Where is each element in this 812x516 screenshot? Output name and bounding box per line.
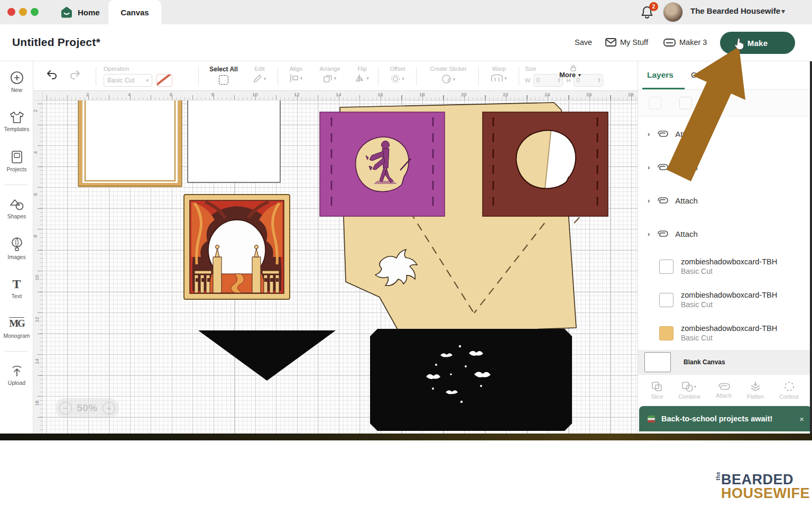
notification-badge: 2 bbox=[649, 2, 658, 11]
layer-row-3[interactable]: zombieshadowboxcard-TBH Basic Cut bbox=[638, 319, 812, 347]
align-button[interactable]: ▾ bbox=[281, 74, 311, 82]
banner-close-icon[interactable]: × bbox=[799, 414, 804, 423]
canvas-object-card-tan-border[interactable] bbox=[78, 100, 182, 186]
zoom-out-button[interactable]: − bbox=[59, 402, 72, 414]
chevron-down-icon[interactable]: ▾ bbox=[781, 7, 785, 15]
logo-the: the bbox=[715, 474, 721, 481]
tab-home[interactable]: Home bbox=[53, 0, 107, 24]
flatten-button[interactable]: Flatten bbox=[747, 381, 764, 400]
canvas-object-card-maroon[interactable] bbox=[483, 112, 608, 216]
sidebar-label-templates: Templates bbox=[4, 126, 30, 132]
canvas-object-black-triangle[interactable] bbox=[198, 330, 336, 381]
tab-canvas[interactable]: Canvas bbox=[108, 0, 161, 24]
sidebar-item-shapes[interactable]: Shapes bbox=[0, 192, 33, 225]
layer-swatch[interactable] bbox=[659, 260, 673, 274]
promo-banner[interactable]: Back-to-school projects await! × bbox=[639, 406, 811, 431]
minimize-window-button[interactable] bbox=[19, 8, 27, 16]
make-button[interactable]: Make bbox=[720, 32, 795, 54]
duplicate-icon[interactable] bbox=[679, 97, 692, 109]
sidebar-item-upload[interactable]: Upload bbox=[0, 359, 33, 392]
more-button[interactable]: More▾ bbox=[559, 71, 581, 79]
attach-button[interactable]: Attach bbox=[716, 382, 732, 399]
contour-button[interactable]: Contour bbox=[779, 381, 799, 400]
sidebar-item-new[interactable]: New bbox=[0, 66, 33, 98]
layer-operation: Basic Cut bbox=[681, 300, 777, 309]
tab-layers[interactable]: Layers bbox=[647, 70, 673, 80]
machine-select-button[interactable]: Maker 3 bbox=[663, 38, 707, 47]
my-stuff-button[interactable]: My Stuff bbox=[605, 38, 648, 47]
attach-group-label: Attach bbox=[675, 196, 698, 205]
canvas-object-card-purple[interactable] bbox=[320, 112, 445, 216]
layer-group-attach-3[interactable]: › Attach bbox=[638, 191, 812, 209]
ruler-tick-label: 24 bbox=[545, 91, 550, 97]
ruler-tick-label: 6 bbox=[32, 193, 38, 196]
layer-swatch[interactable] bbox=[659, 293, 673, 307]
ruler-tick-label: 2 bbox=[86, 91, 89, 97]
chevron-down-icon: ▾ bbox=[146, 78, 149, 83]
layer-row-blank-canvas[interactable]: Blank Canvas bbox=[638, 350, 812, 374]
canvas-object-black-card[interactable] bbox=[370, 329, 572, 431]
sidebar-item-monogram[interactable]: MG Monogram bbox=[0, 311, 33, 344]
height-stepper[interactable]: ▲▼ bbox=[597, 78, 601, 83]
layer-group-attach-4[interactable]: › Attach bbox=[638, 225, 812, 243]
redo-icon[interactable] bbox=[69, 70, 81, 79]
layer-row-1[interactable]: zombieshadowboxcard-TBH Basic Cut bbox=[638, 253, 812, 280]
layer-row-2[interactable]: zombieshadowboxcard-TBH Basic Cut bbox=[638, 286, 812, 314]
canvas-object-card-white[interactable] bbox=[188, 100, 280, 182]
arrange-button[interactable]: ▾ bbox=[312, 74, 347, 82]
design-canvas[interactable]: − 50% + bbox=[43, 100, 638, 434]
chevron-right-icon[interactable]: › bbox=[648, 130, 650, 138]
sticker-icon bbox=[441, 74, 451, 84]
offset-button[interactable]: ▾ bbox=[381, 74, 414, 84]
ruler-tick-label: 4 bbox=[32, 151, 38, 154]
account-name[interactable]: The Bearded Housewife bbox=[690, 6, 780, 15]
ruler-tick-label: 14 bbox=[336, 91, 342, 97]
flip-button[interactable]: ▾ bbox=[348, 74, 376, 82]
arrange-label: Arrange bbox=[312, 66, 347, 72]
group-select-icon[interactable] bbox=[649, 97, 661, 109]
warp-button[interactable]: ▾ bbox=[483, 74, 515, 82]
ruler-tick-label: 10 bbox=[252, 91, 258, 97]
select-all-icon[interactable] bbox=[219, 75, 228, 85]
ruler-tick-label: 8 bbox=[211, 91, 214, 97]
ruler-tick-label: 26 bbox=[586, 91, 592, 97]
layer-swatch[interactable] bbox=[659, 326, 673, 340]
panel-scrollbar[interactable] bbox=[810, 61, 812, 440]
width-input[interactable]: 0 ▲▼ bbox=[533, 74, 563, 87]
zoom-in-button[interactable]: + bbox=[103, 402, 115, 414]
edit-button[interactable]: ▾ bbox=[244, 74, 275, 83]
pencil-icon bbox=[253, 74, 262, 83]
save-button[interactable]: Save bbox=[575, 38, 592, 47]
layer-group-attach-1[interactable]: › Attach bbox=[638, 125, 812, 143]
chevron-right-icon[interactable]: › bbox=[648, 230, 650, 238]
sidebar-item-templates[interactable]: Templates bbox=[0, 105, 33, 138]
flatten-icon bbox=[750, 381, 761, 392]
sidebar-item-text[interactable]: T Text bbox=[0, 272, 33, 305]
chevron-right-icon[interactable]: › bbox=[648, 197, 650, 205]
blank-canvas-swatch[interactable] bbox=[644, 352, 671, 372]
create-sticker-button[interactable]: ▾ bbox=[420, 74, 476, 84]
flip-label: Flip bbox=[348, 66, 376, 72]
combine-button[interactable]: ▾ Combine bbox=[678, 381, 700, 400]
undo-icon[interactable] bbox=[46, 70, 58, 79]
close-window-button[interactable] bbox=[7, 8, 15, 16]
canvas-object-shadowbox[interactable] bbox=[184, 195, 290, 299]
sidebar-item-images[interactable]: Images bbox=[0, 232, 33, 265]
create-sticker-label: Create Sticker bbox=[420, 66, 476, 72]
layer-group-attach-2[interactable]: › Attach bbox=[638, 158, 812, 176]
upload-icon bbox=[11, 365, 23, 377]
chevron-right-icon[interactable]: › bbox=[648, 163, 650, 171]
maximize-window-button[interactable] bbox=[31, 8, 39, 16]
tab-color-sync[interactable]: Col bbox=[691, 70, 703, 80]
machine-label: Maker 3 bbox=[679, 38, 707, 47]
operation-value: Basic Cut bbox=[107, 77, 134, 84]
linetype-swatch[interactable] bbox=[156, 74, 172, 87]
slice-button[interactable]: Slice bbox=[651, 381, 663, 400]
slice-label: Slice bbox=[651, 393, 663, 400]
sidebar-item-projects[interactable]: Projects bbox=[0, 145, 33, 178]
my-stuff-label: My Stuff bbox=[620, 38, 648, 47]
operation-select[interactable]: Basic Cut ▾ bbox=[104, 74, 152, 87]
layer-operation: Basic Cut bbox=[681, 267, 777, 275]
avatar[interactable] bbox=[663, 2, 683, 22]
hot-air-balloon-icon bbox=[11, 237, 23, 252]
